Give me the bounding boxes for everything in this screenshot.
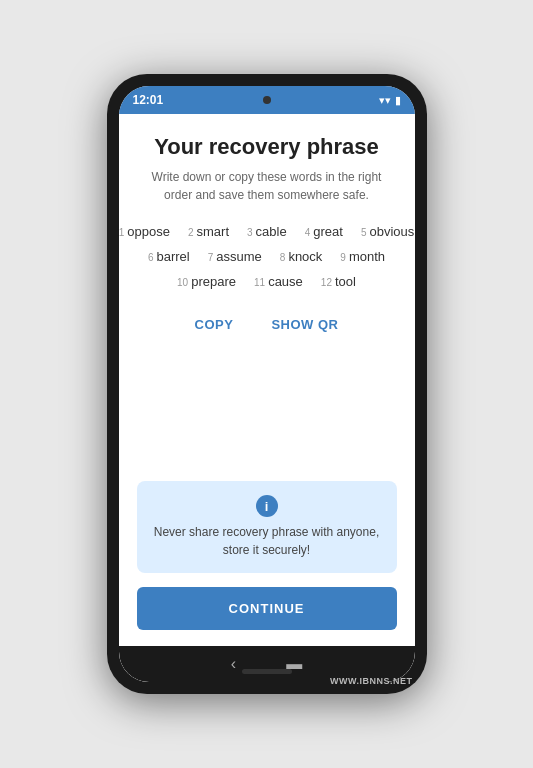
info-icon: i (256, 495, 278, 517)
action-buttons: COPY SHOW QR (137, 311, 397, 338)
page-subtitle: Write down or copy these words in the ri… (137, 168, 397, 204)
phrase-item-11: 11 cause (254, 274, 303, 289)
phrase-item-2: 2 smart (188, 224, 229, 239)
phrase-row-3: 10 prepare 11 cause 12 tool (177, 274, 356, 289)
battery-icon: ▮ (395, 94, 401, 107)
phrase-item-10: 10 prepare (177, 274, 236, 289)
phone-screen: 12:01 ▾▾ ▮ Your recovery phrase Write do… (119, 86, 415, 682)
page-title: Your recovery phrase (137, 134, 397, 160)
watermark: WWW.IBNNS.NET (330, 676, 413, 686)
wifi-icon: ▾▾ (379, 94, 391, 107)
phone-speaker (242, 669, 292, 674)
phrase-row-2: 6 barrel 7 assume 8 knock 9 month (148, 249, 385, 264)
phone-frame: 12:01 ▾▾ ▮ Your recovery phrase Write do… (107, 74, 427, 694)
phrase-item-1: 1 oppose (119, 224, 170, 239)
phrase-row-1: 1 oppose 2 smart 3 cable 4 great (119, 224, 415, 239)
phrase-item-9: 9 month (340, 249, 385, 264)
status-icons: ▾▾ ▮ (379, 94, 401, 107)
phrase-item-3: 3 cable (247, 224, 287, 239)
copy-button[interactable]: COPY (191, 311, 238, 338)
phrase-item-12: 12 tool (321, 274, 356, 289)
camera (263, 96, 271, 104)
back-icon[interactable]: ‹ (231, 655, 236, 673)
phrase-item-6: 6 barrel (148, 249, 190, 264)
info-text: Never share recovery phrase with anyone,… (153, 523, 381, 559)
phrase-item-7: 7 assume (208, 249, 262, 264)
phrase-grid: 1 oppose 2 smart 3 cable 4 great (137, 224, 397, 289)
spacer (137, 368, 397, 481)
phrase-item-4: 4 great (305, 224, 343, 239)
phrase-item-5: 5 obvious (361, 224, 414, 239)
status-time: 12:01 (133, 93, 164, 107)
continue-button[interactable]: CONTINUE (137, 587, 397, 630)
show-qr-button[interactable]: SHOW QR (267, 311, 342, 338)
screen-content: Your recovery phrase Write down or copy … (119, 114, 415, 646)
info-box: i Never share recovery phrase with anyon… (137, 481, 397, 573)
phrase-item-8: 8 knock (280, 249, 323, 264)
